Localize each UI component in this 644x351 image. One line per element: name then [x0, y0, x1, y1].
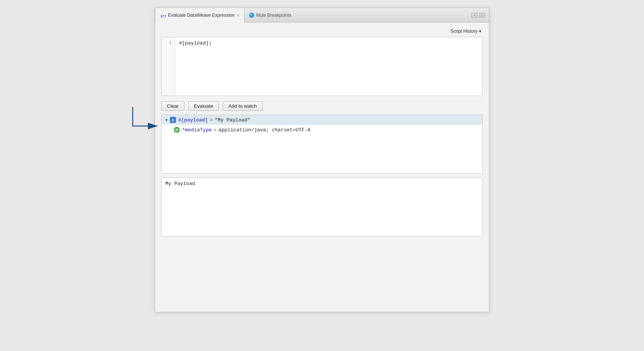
mule-dot-icon	[249, 13, 254, 18]
tab-evaluate[interactable]: x+y =? Evaluate DataWeave Expression ×	[155, 8, 244, 22]
title-bar: x+y =? Evaluate DataWeave Expression × M…	[155, 8, 489, 22]
main-window: x+y =? Evaluate DataWeave Expression × M…	[155, 8, 489, 312]
buttons-row: Clear Evaluate Add to watch	[161, 101, 483, 111]
result-equals-2: =	[214, 127, 217, 133]
clear-button[interactable]: Clear	[161, 101, 184, 111]
result-row-2[interactable]: @ ^mediaType = application/java; charset…	[162, 125, 482, 135]
tab2-label: Mule Breakpoints	[256, 13, 292, 18]
code-text: #[payload]	[179, 40, 212, 46]
arrow-indicator	[129, 105, 163, 133]
results-panel: ▼ e #[payload] = "My Payload" @ ^mediaTy…	[161, 115, 483, 174]
output-panel: My Payload	[161, 177, 483, 236]
evaluate-icon: x+y =?	[160, 12, 166, 18]
tab-close-button[interactable]: ×	[237, 13, 239, 18]
add-to-watch-button[interactable]: Add to watch	[223, 101, 263, 111]
result-value-2: application/java; charset=UTF-8	[219, 127, 311, 133]
result-equals-1: =	[210, 117, 213, 123]
script-history-bar: Script History ▾	[161, 29, 483, 34]
svg-text:=?: =?	[160, 16, 163, 18]
output-text: My Payload	[165, 181, 195, 187]
result-key-1: #[payload]	[178, 117, 208, 123]
window-content: Script History ▾ 1 #[payload]	[155, 22, 489, 243]
tab-mule-breakpoints[interactable]: Mule Breakpoints	[244, 8, 296, 22]
code-editor[interactable]: 1 #[payload]	[161, 37, 483, 96]
minimize-button[interactable]: –	[471, 13, 477, 18]
maximize-button[interactable]: □	[479, 13, 485, 18]
script-history-chevron-icon: ▾	[479, 29, 481, 34]
line-numbers: 1	[162, 37, 175, 96]
e-badge-icon: e	[170, 117, 176, 123]
editor-text[interactable]: #[payload]	[175, 37, 482, 96]
evaluate-button[interactable]: Evaluate	[188, 101, 219, 111]
script-history-label: Script History	[450, 29, 477, 34]
window-controls: – □	[471, 13, 489, 18]
a-badge-icon: @	[174, 127, 180, 133]
tab1-label: Evaluate DataWeave Expression	[168, 13, 235, 18]
result-row-1[interactable]: ▼ e #[payload] = "My Payload"	[162, 115, 482, 125]
line-number-1: 1	[169, 40, 172, 46]
result-key-2: ^mediaType	[182, 127, 212, 133]
result-value-1: "My Payload"	[215, 117, 251, 123]
action-buttons-row: Clear Evaluate Add to watch	[161, 101, 483, 111]
triangle-expand-icon: ▼	[165, 118, 168, 122]
script-history-button[interactable]: Script History ▾	[450, 29, 481, 34]
